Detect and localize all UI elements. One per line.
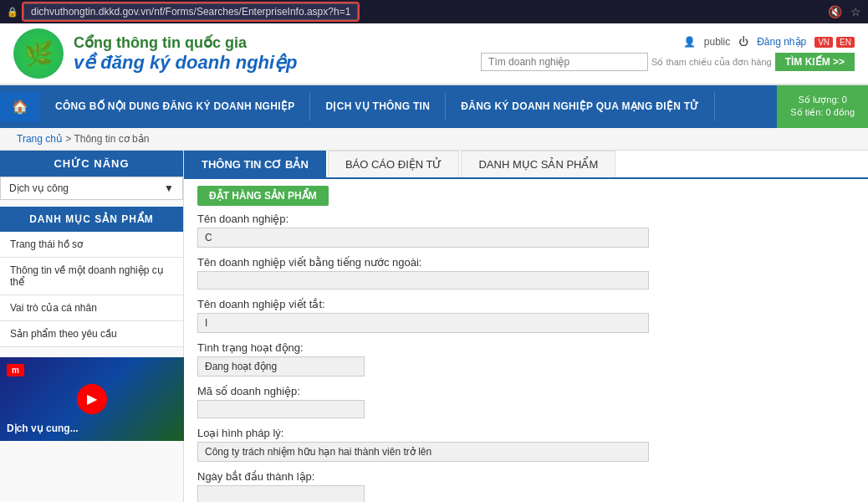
tab-danh-muc-san-pham[interactable]: DANH MỤC SẢN PHẨM [461,151,615,177]
sidebar-chuc-nang-header: CHỨC NĂNG [0,151,183,177]
ma-so-value [197,400,365,418]
tinh-trang-value: Đang hoạt động [197,356,365,376]
lang-en[interactable]: EN [836,37,855,48]
header-right: 👤 public ⏻ Đăng nhập VN EN Số tham chiếu… [481,36,855,71]
star-icon[interactable]: ☆ [850,5,861,18]
logo-leaf [13,28,64,79]
ten-nuoc-ngoai-value [197,271,649,289]
breadcrumb: Trang chủ > Thông tin cơ bản [0,128,868,151]
breadcrumb-home[interactable]: Trang chủ [17,133,63,145]
sidebar-video[interactable]: ▶ m Dịch vụ cung... [0,357,184,441]
field-ten-nuoc-ngoai: Tên doanh nghiệp viết bằng tiếng nước ng… [197,256,855,289]
nav-bar: 🏠 CÔNG BỐ NỘI DUNG ĐĂNG KÝ DOANH NGHIỆP … [0,85,868,128]
browser-icons: 🔇 ☆ [828,5,861,18]
search-row: Số tham chiếu của đơn hàng TÌM KIẾM >> [481,53,855,71]
ngay-thanh-lap-label: Ngày bắt đầu thành lập: [197,470,855,483]
logo-area: Cổng thông tin quốc gia về đăng ký doanh… [13,28,298,79]
video-channel-label: m [7,364,24,376]
sidebar-item-trang-thai[interactable]: Trang thái hồ sơ [0,232,183,258]
chevron-down-icon: ▼ [164,182,174,194]
sidebar-danh-muc-header: DANH MỤC SẢN PHẨM [0,207,183,232]
power-icon: ⏻ [738,36,748,48]
ten-dn-label: Tên doanh nghiệp: [197,213,855,225]
ten-viet-tat-value: I [197,313,649,333]
field-tinh-trang: Tình trạng hoạt động: Đang hoạt động [197,341,855,376]
ten-dn-value: C [197,228,649,248]
sidebar: CHỨC NĂNG Dịch vụ công ▼ DANH MỤC SẢN PH… [0,151,184,502]
breadcrumb-separator: > [65,133,74,145]
nav-item-cong-bo[interactable]: CÔNG BỐ NỘI DUNG ĐĂNG KÝ DOANH NGHIỆP [40,92,310,120]
lock-icon: 🔒 [7,7,18,18]
cart-info[interactable]: Số lượng: 0 Số tiền: 0 đồng [777,85,868,128]
tab-bao-cao-dien-tu[interactable]: BÁO CÁO ĐIỆN TỬ [328,151,460,177]
tab-bar: THÔNG TIN CƠ BẢN BÁO CÁO ĐIỆN TỬ DANH MỤ… [184,151,868,179]
sidebar-dropdown[interactable]: Dịch vụ công ▼ [0,177,183,200]
logo-text: Cổng thông tin quốc gia về đăng ký doanh… [74,33,298,74]
nav-item-dich-vu[interactable]: DỊCH VỤ THÔNG TIN [310,92,446,120]
sidebar-dropdown-label: Dịch vụ công [9,182,69,194]
field-ngay-thanh-lap: Ngày bắt đầu thành lập: [197,470,855,502]
sidebar-item-vai-tro[interactable]: Vai trò của cá nhân [0,295,183,321]
tinh-trang-label: Tình trạng hoạt động: [197,341,855,354]
field-ma-so: Mã số doanh nghiệp: [197,385,855,418]
ten-viet-tat-label: Tên doanh nghiệp viết tắt: [197,298,855,310]
play-button-icon[interactable]: ▶ [77,384,107,414]
breadcrumb-current: Thông tin cơ bản [74,133,149,145]
loai-hinh-label: Loại hình pháp lý: [197,427,855,439]
loai-hinh-value: Công ty trách nhiệm hữu hạn hai thành vi… [197,442,649,462]
login-button[interactable]: Đăng nhập [757,36,806,48]
user-label: public [704,36,730,48]
search-input[interactable] [481,53,648,71]
content-area: THÔNG TIN CƠ BẢN BÁO CÁO ĐIỆN TỬ DANH MỤ… [184,151,868,502]
ngay-thanh-lap-value [197,485,365,502]
main-layout: CHỨC NĂNG Dịch vụ công ▼ DANH MỤC SẢN PH… [0,151,868,502]
header: Cổng thông tin quốc gia về đăng ký doanh… [0,23,868,85]
lang-vn[interactable]: VN [814,37,833,48]
field-ten-dn: Tên doanh nghiệp: C [197,213,855,248]
ma-so-label: Mã số doanh nghiệp: [197,385,855,397]
cart-so-luong: Số lượng: 0 [790,94,855,106]
sidebar-item-san-pham[interactable]: Sản phẩm theo yêu cầu [0,321,183,347]
search-button[interactable]: TÌM KIẾM >> [775,53,855,71]
sidebar-item-thong-tin[interactable]: Thông tin về một doanh nghiệp cụ thể [0,258,183,295]
user-icon: 👤 [683,36,696,48]
ten-nuoc-ngoai-label: Tên doanh nghiệp viết bằng tiếng nước ng… [197,256,855,269]
nav-item-dang-ky[interactable]: ĐĂNG KÝ DOANH NGHIỆP QUA MẠNG ĐIỆN TỬ [446,92,714,120]
order-product-button[interactable]: ĐẶT HÀNG SẢN PHẨM [197,186,329,206]
language-selector: VN EN [814,37,855,48]
cart-so-tien: Số tiền: 0 đồng [790,106,855,119]
logo-title: Cổng thông tin quốc gia [74,33,298,52]
video-title: Dịch vụ cung... [7,423,177,434]
home-button[interactable]: 🏠 [0,92,40,121]
field-ten-viet-tat: Tên doanh nghiệp viết tắt: I [197,298,855,333]
form-section: Tên doanh nghiệp: C Tên doanh nghiệp viế… [184,213,868,502]
address-bar: 🔒 🔇 ☆ [0,0,868,23]
logo-subtitle: về đăng ký doanh nghiệp [74,52,298,74]
tab-thong-tin-co-ban[interactable]: THÔNG TIN CƠ BẢN [184,151,326,177]
mute-icon[interactable]: 🔇 [828,5,842,18]
field-loai-hinh: Loại hình pháp lý: Công ty trách nhiệm h… [197,427,855,462]
search-hint: Số tham chiếu của đơn hàng [651,57,772,68]
header-top-row: 👤 public ⏻ Đăng nhập VN EN [683,36,855,48]
url-input[interactable] [23,3,358,20]
